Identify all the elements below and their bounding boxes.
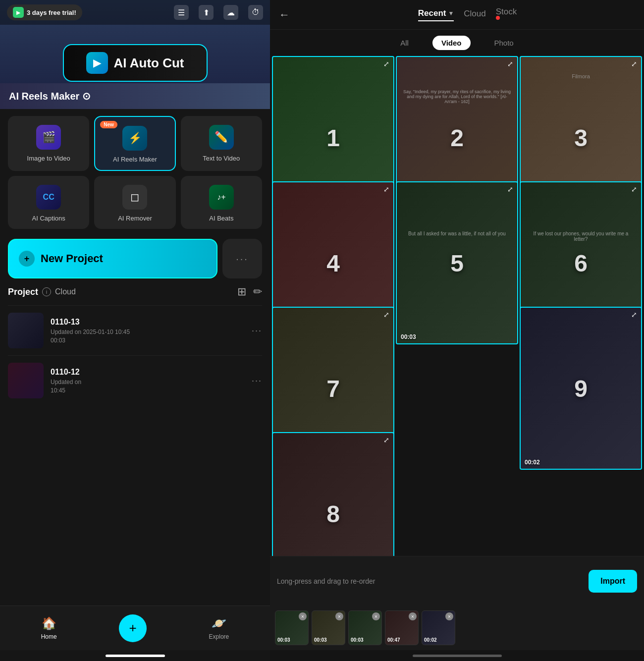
video-grid: 1 00:10 ⤢ Say, "Indeed, my prayer, my ri… bbox=[270, 56, 644, 556]
ai-reels-maker-label: AI Reels Maker bbox=[113, 156, 157, 163]
expand-icon-5[interactable]: ⤢ bbox=[507, 185, 513, 193]
trial-label: 3 days free trial! bbox=[27, 9, 76, 16]
expand-icon-6[interactable]: ⤢ bbox=[631, 185, 637, 193]
more-button[interactable]: ··· bbox=[222, 239, 262, 278]
strip-item-4[interactable]: × 00:47 bbox=[385, 610, 419, 645]
right-home-bar bbox=[270, 650, 644, 661]
project-thumb-bg bbox=[8, 313, 44, 348]
project-name: 0110-13 bbox=[51, 318, 245, 327]
right-header: ← Recent ▼ Cloud Stock bbox=[270, 0, 644, 30]
tab-cloud[interactable]: Cloud bbox=[464, 9, 485, 21]
video-num-2: 2 bbox=[450, 124, 464, 151]
trial-badge[interactable]: ▶ 3 days free trial! bbox=[7, 4, 82, 20]
action-row: + New Project ··· bbox=[0, 236, 270, 285]
strip-remove-5[interactable]: × bbox=[445, 612, 453, 620]
ai-captions-label: AI Captions bbox=[32, 215, 65, 222]
filter-all[interactable]: All bbox=[391, 36, 418, 50]
tab-recent[interactable]: Recent ▼ bbox=[418, 8, 454, 21]
project-item-0110-12[interactable]: 0110-12 Updated on 10:45 ··· bbox=[8, 355, 262, 405]
expand-icon-4[interactable]: ⤢ bbox=[383, 185, 389, 193]
project-date-2: Updated on bbox=[51, 379, 245, 386]
ai-remover-icon: ◻ bbox=[122, 185, 147, 210]
new-project-label: New Project bbox=[41, 252, 103, 265]
tool-ai-beats[interactable]: ♪+ AI Beats bbox=[181, 176, 262, 229]
info-icon[interactable]: i bbox=[42, 287, 51, 296]
video-duration-9: 00:02 bbox=[525, 459, 540, 466]
video-num-4: 4 bbox=[326, 249, 340, 276]
project-duration: 00:03 bbox=[51, 337, 245, 344]
dropdown-arrow-icon: ▼ bbox=[448, 10, 454, 17]
ai-captions-icon: CC bbox=[36, 185, 61, 210]
video-num-8: 8 bbox=[326, 500, 340, 527]
video-num-3: 3 bbox=[574, 124, 588, 151]
filter-video[interactable]: Video bbox=[432, 36, 471, 50]
tool-text-to-video[interactable]: ✏️ Text to Video bbox=[181, 116, 262, 171]
video-num-9: 9 bbox=[574, 375, 588, 402]
project-item-0110-13[interactable]: 0110-13 Updated on 2025-01-10 10:45 00:0… bbox=[8, 305, 262, 355]
strip-item-1[interactable]: × 00:03 bbox=[275, 610, 309, 645]
strip-item-3[interactable]: × 00:03 bbox=[348, 610, 382, 645]
expand-icon-1[interactable]: ⤢ bbox=[383, 60, 389, 68]
strip-remove-2[interactable]: × bbox=[335, 612, 343, 620]
ai-reels-banner[interactable]: AI Reels Maker ⊙ bbox=[0, 83, 270, 109]
import-button[interactable]: Import bbox=[589, 570, 637, 593]
ai-beats-label: AI Beats bbox=[209, 215, 233, 222]
expand-icon-7[interactable]: ⤢ bbox=[383, 311, 389, 319]
tab-recent-label: Recent bbox=[418, 8, 446, 18]
strip-remove-1[interactable]: × bbox=[299, 612, 307, 620]
right-panel: ← Recent ▼ Cloud Stock All Video Photo 1… bbox=[270, 0, 644, 661]
projects-header: Project i Cloud ⊞ ✏ bbox=[8, 285, 262, 298]
nav-create-button[interactable]: + bbox=[119, 614, 147, 642]
home-icon: 🏠 bbox=[42, 616, 56, 630]
projects-section: Project i Cloud ⊞ ✏ 0110-13 Updated on 2… bbox=[0, 285, 270, 606]
hero-icons: ☰ ⬆ ☁ ⏱ bbox=[174, 5, 263, 20]
expand-icon-2[interactable]: ⤢ bbox=[507, 60, 513, 68]
ai-auto-cut-button[interactable]: ▶ AI Auto Cut bbox=[63, 44, 208, 82]
nav-explore[interactable]: 🪐 Explore bbox=[209, 616, 229, 640]
left-home-bar bbox=[0, 650, 270, 661]
video-cell-5[interactable]: But all I asked for was a little, if not… bbox=[396, 181, 518, 344]
expand-icon-3[interactable]: ⤢ bbox=[631, 60, 637, 68]
strip-item-2[interactable]: × 00:03 bbox=[312, 610, 345, 645]
grid-view-icon[interactable]: ⊞ bbox=[237, 285, 246, 298]
trial-icon: ▶ bbox=[13, 7, 24, 18]
left-panel: ▶ 3 days free trial! ☰ ⬆ ☁ ⏱ ▶ AI Auto C… bbox=[0, 0, 270, 661]
list-icon[interactable]: ☰ bbox=[174, 5, 189, 20]
video-cell-9[interactable]: 9 00:02 ⤢ bbox=[520, 307, 642, 470]
strip-duration-3: 00:03 bbox=[351, 637, 364, 643]
project-more-button-2[interactable]: ··· bbox=[252, 376, 262, 386]
tool-ai-captions[interactable]: CC AI Captions bbox=[8, 176, 89, 229]
video-cell-8[interactable]: 8 00:47 ⤢ bbox=[272, 432, 394, 556]
back-button[interactable]: ← bbox=[279, 8, 290, 21]
nav-home[interactable]: 🏠 Home bbox=[41, 616, 57, 640]
expand-icon-9[interactable]: ⤢ bbox=[631, 311, 637, 319]
edit-icon[interactable]: ✏ bbox=[253, 285, 262, 298]
tool-image-to-video[interactable]: 🎬 Image to Video bbox=[8, 116, 89, 171]
ai-reels-maker-icon: ⚡ bbox=[122, 126, 147, 151]
strip-duration-4: 00:47 bbox=[387, 637, 400, 643]
strip-item-5[interactable]: × 00:02 bbox=[422, 610, 455, 645]
expand-icon-8[interactable]: ⤢ bbox=[383, 436, 389, 444]
image-to-video-icon: 🎬 bbox=[36, 125, 61, 150]
filter-photo[interactable]: Photo bbox=[485, 36, 523, 50]
cloud-sync-icon[interactable]: ☁ bbox=[223, 5, 238, 20]
project-more-button[interactable]: ··· bbox=[252, 326, 262, 336]
tool-ai-remover[interactable]: ◻ AI Remover bbox=[94, 176, 175, 229]
strip-remove-4[interactable]: × bbox=[409, 612, 417, 620]
tool-ai-reels-maker[interactable]: New ⚡ AI Reels Maker bbox=[94, 116, 175, 171]
project-thumb-bg-2 bbox=[8, 363, 44, 398]
timer-icon[interactable]: ⏱ bbox=[248, 5, 263, 20]
strip-remove-3[interactable]: × bbox=[372, 612, 380, 620]
video-num-1: 1 bbox=[326, 124, 340, 151]
video-overlay-5: But all I asked for was a little, if not… bbox=[403, 231, 511, 236]
upload-icon[interactable]: ⬆ bbox=[199, 5, 214, 20]
bottom-nav: 🏠 Home + 🪐 Explore bbox=[0, 606, 270, 650]
project-date: Updated on 2025-01-10 10:45 bbox=[51, 329, 245, 335]
cloud-link[interactable]: Cloud bbox=[55, 287, 76, 296]
project-name-2: 0110-12 bbox=[51, 368, 245, 377]
new-project-button[interactable]: + New Project bbox=[8, 239, 217, 278]
ai-auto-cut-label: AI Auto Cut bbox=[114, 55, 184, 71]
home-label: Home bbox=[41, 633, 57, 640]
video-num-5: 5 bbox=[450, 249, 464, 276]
video-overlay-2: Say, "Indeed, my prayer, my rites of sac… bbox=[403, 89, 511, 104]
